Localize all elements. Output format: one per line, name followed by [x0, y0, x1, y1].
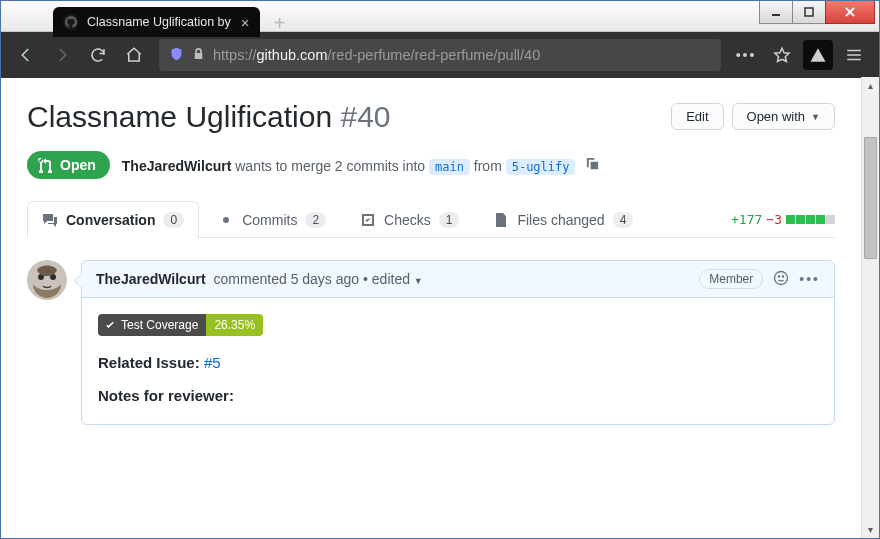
comment-discussion-icon	[42, 212, 58, 228]
caret-down-icon[interactable]: ▼	[414, 276, 423, 286]
comment-author-link[interactable]: TheJaredWilcurt	[96, 271, 206, 287]
brand-menu-button[interactable]	[803, 40, 833, 70]
window-minimize-button[interactable]	[759, 1, 793, 24]
comment-box: TheJaredWilcurt commented 5 days ago • e…	[81, 260, 835, 425]
test-coverage-badge[interactable]: Test Coverage 26.35%	[98, 314, 263, 336]
merge-summary: TheJaredWilcurt wants to merge 2 commits…	[122, 156, 601, 174]
role-badge: Member	[699, 269, 763, 289]
caret-down-icon: ▼	[811, 112, 820, 122]
window-close-button[interactable]	[825, 1, 875, 24]
nav-forward-button	[47, 40, 77, 70]
pr-tab-nav: Conversation0 Commits2 Checks1 Files cha…	[27, 201, 835, 238]
checklist-icon	[360, 212, 376, 228]
scroll-thumb[interactable]	[864, 137, 877, 259]
file-diff-icon	[493, 212, 509, 228]
browser-tab-title: Classname Uglification by	[87, 15, 231, 29]
tracking-shield-icon[interactable]	[169, 46, 184, 65]
tab-files-changed[interactable]: Files changed4	[478, 201, 648, 238]
scroll-up-arrow[interactable]: ▴	[862, 77, 879, 94]
related-issue-link[interactable]: #5	[204, 354, 221, 371]
bookmark-star-button[interactable]	[767, 40, 797, 70]
nav-back-button[interactable]	[11, 40, 41, 70]
lock-icon[interactable]	[192, 47, 205, 64]
svg-point-6	[779, 275, 780, 276]
tab-commits[interactable]: Commits2	[203, 201, 341, 238]
scroll-down-arrow[interactable]: ▾	[862, 521, 879, 538]
edit-button[interactable]: Edit	[671, 103, 723, 130]
nav-reload-button[interactable]	[83, 40, 113, 70]
notes-heading: Notes for reviewer:	[98, 387, 818, 404]
tab-close-icon[interactable]: ×	[241, 15, 250, 30]
tab-checks[interactable]: Checks1	[345, 201, 474, 238]
diff-stat[interactable]: +177 −3	[731, 212, 835, 227]
url-text: https://github.com/red-perfume/red-perfu…	[213, 47, 540, 63]
copy-branch-icon[interactable]	[585, 156, 600, 171]
new-tab-button[interactable]: +	[266, 9, 294, 37]
comment-kebab-menu[interactable]: •••	[799, 271, 820, 287]
nav-home-button[interactable]	[119, 40, 149, 70]
head-branch[interactable]: 5-uglify	[506, 159, 576, 175]
browser-tab[interactable]: Classname Uglification by ×	[53, 7, 260, 37]
author-avatar[interactable]	[27, 260, 67, 300]
pr-title: Classname Uglification #40	[27, 99, 391, 135]
github-favicon-icon	[63, 14, 79, 30]
svg-rect-0	[772, 14, 780, 16]
vertical-scrollbar[interactable]: ▴ ▾	[861, 77, 879, 538]
address-bar[interactable]: https://github.com/red-perfume/red-perfu…	[159, 39, 721, 71]
coveralls-icon	[104, 319, 116, 331]
page-actions-button[interactable]: •••	[731, 40, 761, 70]
open-with-button[interactable]: Open with▼	[732, 103, 835, 130]
svg-rect-1	[805, 8, 813, 16]
git-commit-icon	[218, 212, 234, 228]
comment-meta: commented 5 days ago • edited ▼	[214, 271, 423, 287]
window-maximize-button[interactable]	[792, 1, 826, 24]
pr-state-badge: Open	[27, 151, 110, 179]
base-branch[interactable]: main	[429, 159, 470, 175]
app-menu-button[interactable]	[839, 40, 869, 70]
svg-point-7	[783, 275, 784, 276]
svg-point-5	[775, 271, 788, 284]
tab-conversation[interactable]: Conversation0	[27, 201, 199, 238]
pr-author-link[interactable]: TheJaredWilcurt	[122, 158, 232, 174]
git-pull-request-icon	[37, 157, 53, 173]
emoji-react-button[interactable]	[773, 270, 789, 289]
related-issue-line: Related Issue: #5	[98, 354, 818, 371]
